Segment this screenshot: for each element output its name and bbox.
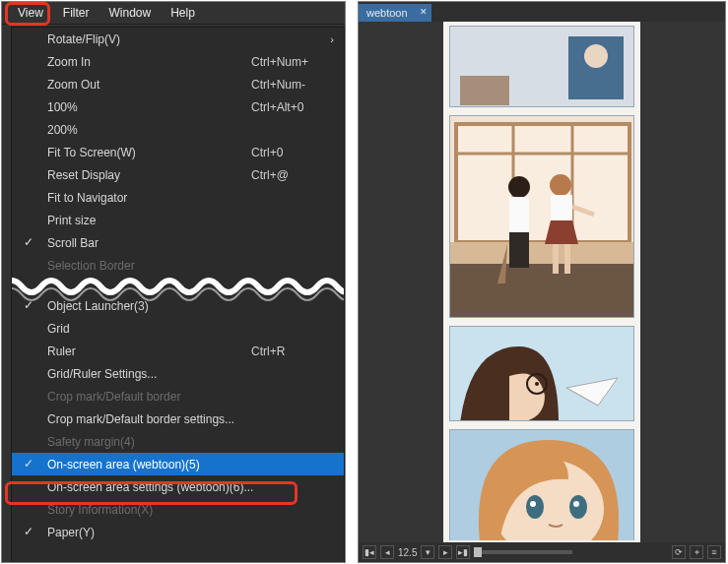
nav-prev-icon[interactable]: ◂ bbox=[380, 545, 394, 559]
svg-rect-1 bbox=[460, 76, 509, 105]
menu-label: Grid/Ruler Settings... bbox=[47, 367, 330, 381]
comic-panel-1 bbox=[449, 26, 634, 107]
canvas-area[interactable] bbox=[359, 22, 725, 544]
comic-panel-4 bbox=[449, 429, 634, 540]
menu-item-scroll-bar[interactable]: ✓ Scroll Bar bbox=[12, 231, 344, 254]
zoom-value: 12.5 bbox=[398, 547, 417, 558]
menu-item-grid[interactable]: Grid bbox=[12, 317, 344, 340]
comic-panel-2 bbox=[449, 115, 634, 318]
menu-item-object-launcher[interactable]: ✓ Object Launcher(3) bbox=[12, 294, 344, 317]
menu-item-reset-display[interactable]: Reset Display Ctrl+@ bbox=[12, 163, 344, 186]
svg-point-27 bbox=[530, 501, 536, 507]
menu-label: Object Launcher(3) bbox=[47, 299, 330, 313]
menu-item-200pct[interactable]: 200% bbox=[12, 118, 344, 141]
menu-item-story-info[interactable]: Story Information(X) bbox=[12, 498, 344, 521]
comic-panel-3 bbox=[449, 326, 634, 421]
nav-next-icon[interactable]: ▸ bbox=[438, 545, 452, 559]
menu-label: On-screen area settings (webtoon)(6)... bbox=[47, 480, 330, 494]
menu-label: Zoom Out bbox=[47, 78, 251, 92]
tab-webtoon[interactable]: webtoon ✕ bbox=[359, 4, 431, 22]
menu-label: Reset Display bbox=[47, 168, 251, 182]
menubar-item-filter[interactable]: Filter bbox=[53, 4, 99, 22]
menu-label: Paper(Y) bbox=[47, 526, 330, 539]
svg-point-28 bbox=[573, 501, 579, 507]
menubar-item-help[interactable]: Help bbox=[161, 4, 205, 22]
menu-shortcut: Ctrl+0 bbox=[251, 146, 330, 159]
zoom-slider-thumb[interactable] bbox=[474, 547, 482, 557]
menu-item-grid-ruler-settings[interactable]: Grid/Ruler Settings... bbox=[12, 362, 344, 385]
close-icon[interactable]: ✕ bbox=[420, 7, 428, 17]
zoom-dropdown-icon[interactable]: ▾ bbox=[421, 545, 434, 559]
menu-item-crop-mark-settings[interactable]: Crop mark/Default border settings... bbox=[12, 407, 344, 430]
menu-item-100pct[interactable]: 100% Ctrl+Alt+0 bbox=[12, 95, 344, 118]
svg-rect-9 bbox=[450, 264, 634, 318]
svg-point-21 bbox=[535, 382, 539, 386]
menu-label: Ruler bbox=[47, 345, 251, 358]
tab-label: webtoon bbox=[366, 7, 408, 19]
submenu-arrow-icon: › bbox=[330, 33, 334, 45]
nav-last-icon[interactable]: ▸▮ bbox=[456, 545, 470, 559]
menu-item-ruler[interactable]: Ruler Ctrl+R bbox=[12, 340, 344, 362]
svg-point-26 bbox=[569, 495, 587, 519]
svg-point-11 bbox=[508, 176, 530, 198]
nav-first-icon[interactable]: ▮◂ bbox=[363, 545, 376, 559]
svg-rect-10 bbox=[450, 242, 634, 264]
check-icon: ✓ bbox=[24, 525, 33, 538]
menu-item-print-size[interactable]: Print size bbox=[12, 209, 344, 231]
svg-rect-5 bbox=[456, 124, 629, 242]
menu-label: Selection Border bbox=[47, 259, 330, 273]
menu-shortcut: Ctrl+Alt+0 bbox=[251, 100, 330, 114]
menu-label: On-screen area (webtoon)(5) bbox=[47, 458, 330, 471]
menu-label: Grid bbox=[47, 322, 330, 336]
menu-label: Scroll Bar bbox=[47, 236, 330, 250]
tabbar: webtoon ✕ bbox=[359, 2, 725, 22]
menu-item-fit-navigator[interactable]: Fit to Navigator bbox=[12, 186, 344, 209]
menu-label: 200% bbox=[47, 123, 330, 137]
svg-rect-15 bbox=[551, 195, 572, 220]
view-dropdown: Rotate/Flip(V) › Zoom In Ctrl+Num+ Zoom … bbox=[11, 27, 345, 563]
menu-item-zoom-out[interactable]: Zoom Out Ctrl+Num- bbox=[12, 73, 344, 95]
svg-point-14 bbox=[550, 174, 571, 196]
menu-label: Crop mark/Default border settings... bbox=[47, 412, 330, 426]
menu-label: 100% bbox=[47, 100, 251, 114]
menu-item-paper[interactable]: ✓ Paper(Y) bbox=[12, 521, 344, 543]
menubar-item-window[interactable]: Window bbox=[99, 4, 161, 22]
webtoon-strip bbox=[443, 22, 640, 544]
svg-point-25 bbox=[526, 495, 544, 519]
menu-item-safety-margin[interactable]: Safety margin(4) bbox=[12, 430, 344, 453]
svg-rect-16 bbox=[553, 244, 559, 274]
check-icon: ✓ bbox=[24, 235, 33, 249]
menu-item-selection-border[interactable]: Selection Border bbox=[12, 254, 344, 277]
menu-shortcut: Ctrl+Num- bbox=[251, 78, 330, 92]
menu-item-crop-mark[interactable]: Crop mark/Default border bbox=[12, 385, 344, 407]
preview-window: webtoon ✕ bbox=[358, 1, 726, 563]
menu-label: Print size bbox=[47, 214, 330, 227]
menu-label: Zoom In bbox=[47, 55, 251, 69]
menu-shortcut: Ctrl+R bbox=[251, 345, 330, 358]
svg-rect-17 bbox=[564, 244, 570, 274]
rotate-icon[interactable]: ⟳ bbox=[672, 545, 686, 559]
menubar: View Filter Window Help bbox=[2, 2, 345, 25]
fit-icon[interactable]: ⌖ bbox=[690, 545, 703, 559]
menu-shortcut: Ctrl+Num+ bbox=[251, 55, 330, 69]
settings-icon[interactable]: ≡ bbox=[707, 545, 721, 559]
menu-shortcut: Ctrl+@ bbox=[251, 168, 330, 182]
menu-label: Story Information(X) bbox=[47, 503, 330, 517]
menu-item-onscreen-area-settings[interactable]: On-screen area settings (webtoon)(6)... bbox=[12, 475, 344, 498]
menu-item-rotate-flip[interactable]: Rotate/Flip(V) › bbox=[12, 28, 344, 50]
check-icon: ✓ bbox=[24, 298, 33, 312]
menu-label: Crop mark/Default border bbox=[47, 390, 330, 404]
left-app-window: View Filter Window Help ╱ ○ Rotate/Flip(… bbox=[1, 1, 346, 563]
menu-label: Fit to Navigator bbox=[47, 191, 330, 205]
menu-item-zoom-in[interactable]: Zoom In Ctrl+Num+ bbox=[12, 50, 344, 73]
menubar-item-view[interactable]: View bbox=[8, 4, 53, 22]
zoom-slider[interactable] bbox=[474, 550, 572, 554]
check-icon: ✓ bbox=[24, 457, 33, 470]
svg-point-3 bbox=[584, 44, 608, 68]
menu-label: Fit To Screen(W) bbox=[47, 146, 251, 159]
menu-label: Safety margin(4) bbox=[47, 435, 330, 449]
svg-rect-13 bbox=[509, 232, 529, 268]
menu-item-fit-screen[interactable]: Fit To Screen(W) Ctrl+0 bbox=[12, 141, 344, 163]
svg-rect-12 bbox=[509, 197, 529, 232]
menu-item-onscreen-area[interactable]: ✓ On-screen area (webtoon)(5) bbox=[12, 453, 344, 475]
